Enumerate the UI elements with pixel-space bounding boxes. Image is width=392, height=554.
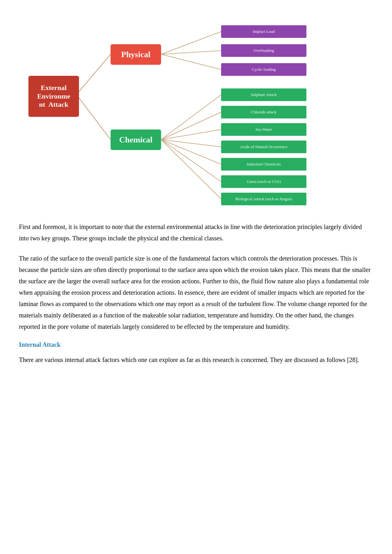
internal-attack-heading: Internal Attack (19, 341, 373, 348)
chemical-label: Chemical (119, 135, 152, 145)
cyclic-loading-box: Cyclic loading (221, 63, 306, 76)
sulphate-attack-box: Sulphate Attack (221, 88, 306, 101)
sea-water-box: Sea Water (221, 123, 306, 136)
acids-box: Acids of Natural Occurrence (221, 141, 306, 153)
biological-attack-box: Biological Attack (such as fungus) (221, 193, 306, 205)
svg-line-5 (161, 95, 221, 140)
svg-line-6 (161, 112, 221, 140)
gases-box: Gases (such as CO2) (221, 175, 306, 188)
overloading-box: Overloading (221, 44, 306, 57)
svg-line-1 (79, 98, 111, 140)
external-environment-box: ExternalEnvironment Attack (28, 76, 79, 117)
chemical-box: Chemical (111, 129, 161, 150)
chloride-attack-box: Chloride attack (221, 106, 306, 118)
svg-line-11 (161, 140, 221, 199)
internal-attack-text: There are various internal attack factor… (19, 354, 373, 365)
svg-line-7 (161, 129, 221, 140)
diagram: ExternalEnvironment Attack Physical Chem… (19, 13, 373, 208)
industrial-chemicals-box: Industrial Chemicals (221, 158, 306, 171)
svg-line-0 (79, 54, 111, 92)
physical-label: Physical (121, 50, 150, 59)
physical-box: Physical (111, 44, 161, 65)
implact-load-box: Implact Load (221, 25, 306, 38)
svg-line-4 (161, 54, 221, 69)
external-label: ExternalEnvironment Attack (37, 84, 70, 109)
paragraph-1: First and foremost, it is important to n… (19, 221, 373, 244)
paragraph-2: The ratio of the surface to the overall … (19, 253, 373, 332)
